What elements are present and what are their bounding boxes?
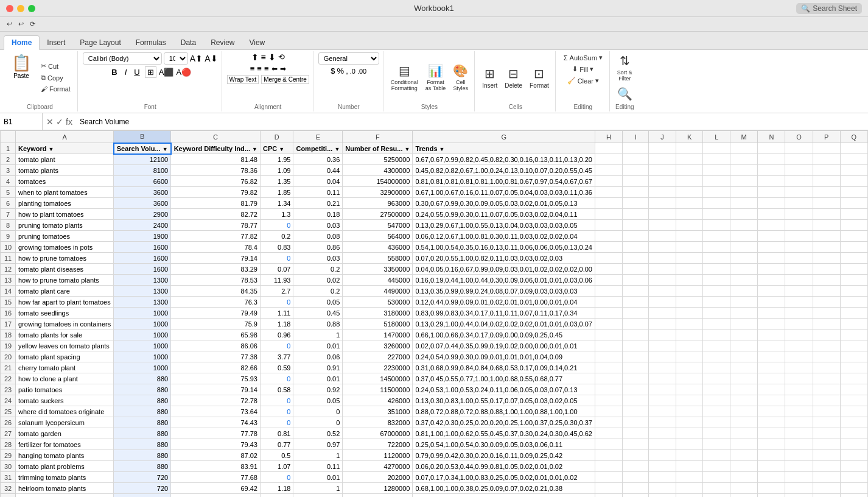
cell-g[interactable]: 0.67,0.67,0.99,0.82,0.45,0.82,0.30,0.16,… [413, 154, 595, 165]
tab-page-layout[interactable]: Page Layout [72, 36, 128, 49]
cell-f[interactable]: 32900000 [343, 187, 413, 198]
cell-g[interactable]: 0.67,1.00,0.67,0.16,0.11,0.07,0.05,0.04,… [413, 187, 595, 198]
align-middle-button[interactable]: ≡ [261, 52, 266, 62]
cell-a[interactable]: how to plant tomatoes [16, 209, 114, 220]
cell-f[interactable]: 27500000 [343, 209, 413, 220]
cell-c[interactable]: 78.53 [171, 275, 261, 286]
cell-e[interactable]: 0.52 [293, 428, 343, 439]
bold-button[interactable]: B [109, 66, 119, 78]
cell-b[interactable]: 12100 [114, 154, 171, 165]
cell-g[interactable]: 0.79,0.99,0.42,0.30,0.20,0.16,0.11,0.09,… [413, 450, 595, 461]
cell-e[interactable]: 0.2 [293, 286, 343, 297]
cell-a[interactable]: tomato seedlings [16, 308, 114, 319]
cell-f[interactable]: 3180000 [343, 308, 413, 319]
cell-f[interactable]: 3260000 [343, 340, 413, 351]
font-color-button[interactable]: A🔴 [176, 68, 191, 77]
col-e-header[interactable]: Competiti... ▼ [293, 143, 343, 154]
cell-b[interactable]: 720 [114, 472, 171, 483]
col-header-c[interactable]: C [171, 131, 261, 143]
cell-g[interactable]: 0.13,0.29,1.00,0.44,0.04,0.02,0.02,0.02,… [413, 319, 595, 330]
cell-g[interactable]: 0.37,0.45,0.55,0.77,1.00,1.00,0.68,0.55,… [413, 373, 595, 384]
cell-g[interactable]: 0.81,1.00,1.00,0.62,0.55,0.45,0.37,0.30,… [413, 428, 595, 439]
cell-b[interactable]: 880 [114, 373, 171, 384]
fill-color-button[interactable]: A⬛ [159, 68, 174, 77]
comma-button[interactable]: , [346, 66, 348, 76]
cell-e[interactable]: 0.45 [293, 308, 343, 319]
col-header-h[interactable]: H [595, 131, 622, 143]
cell-a[interactable]: where did tomatoes originate [16, 406, 114, 417]
cell-e[interactable]: 0.11 [293, 461, 343, 472]
cell-c[interactable]: 78.77 [171, 220, 261, 231]
cell-d[interactable]: 0 [260, 340, 293, 351]
col-d-header[interactable]: CPC ▼ [260, 143, 293, 154]
delete-button[interactable]: ⊟ Delete [502, 65, 525, 90]
cell-g[interactable]: 0.45,0.82,0.82,0.67,1.00,0.24,0.13,0.10,… [413, 165, 595, 176]
borders-button[interactable]: ⊞ [145, 66, 156, 78]
cell-d[interactable]: 1.09 [260, 165, 293, 176]
cell-b[interactable]: 880 [114, 395, 171, 406]
cell-d[interactable]: 1.18 [260, 483, 293, 494]
cell-d[interactable]: 1.34 [260, 198, 293, 209]
cell-b[interactable]: 880 [114, 384, 171, 395]
cell-d[interactable]: 0.2 [260, 231, 293, 242]
cell-d[interactable]: 1.18 [260, 319, 293, 330]
cell-a[interactable]: tomato plant care [16, 286, 114, 297]
cell-d[interactable]: 1.95 [260, 154, 293, 165]
cell-e[interactable]: 0.01 [293, 340, 343, 351]
cell-b[interactable]: 2400 [114, 220, 171, 231]
grid-container[interactable]: A B C D E F G H I J K L M N O P Q [0, 130, 868, 497]
cell-b[interactable]: 880 [114, 461, 171, 472]
cell-f[interactable]: 445000 [343, 275, 413, 286]
cell-c[interactable]: 77.78 [171, 428, 261, 439]
col-header-b[interactable]: B [114, 131, 171, 143]
cell-c[interactable]: 74.43 [171, 417, 261, 428]
cell-d[interactable]: 0.07 [260, 264, 293, 275]
decrease-decimal-button[interactable]: .00 [357, 68, 366, 75]
cell-f[interactable]: 963000 [343, 198, 413, 209]
col-header-k[interactable]: K [676, 131, 703, 143]
sort-filter-button[interactable]: ⇅ Sort &Filter [615, 52, 635, 83]
col-header-d[interactable]: D [260, 131, 293, 143]
cell-d[interactable]: 1.07 [260, 461, 293, 472]
cell-e[interactable]: 1 [293, 330, 343, 340]
increase-font-icon[interactable]: A⬆ [190, 54, 203, 63]
find-select-button[interactable]: 🔍 [615, 85, 635, 102]
cell-a[interactable]: hanging tomato plants [16, 450, 114, 461]
cell-c[interactable]: 83.91 [171, 461, 261, 472]
cell-f[interactable]: 426000 [343, 395, 413, 406]
cell-g[interactable]: 0.81,0.81,0.81,0.81,0.81,1.00,0.81,0.67,… [413, 176, 595, 187]
cell-d[interactable]: 0.96 [260, 330, 293, 340]
format-painter-button[interactable]: 🖌 Format [38, 84, 74, 94]
cell-c[interactable]: 69.42 [171, 483, 261, 494]
decrease-font-icon[interactable]: A⬇ [205, 54, 217, 63]
format-as-table-button[interactable]: 📊 Formatas Table [423, 62, 448, 93]
col-g-header[interactable]: Trends ▼ [413, 143, 595, 154]
cell-c[interactable]: 79.49 [171, 308, 261, 319]
clear-button[interactable]: 🧹 Clear ▾ [564, 76, 602, 86]
cell-b[interactable]: 1000 [114, 340, 171, 351]
text-direction-button[interactable]: ⟲ [278, 52, 285, 62]
cell-e[interactable]: 1 [293, 450, 343, 461]
col-header-j[interactable]: J [649, 131, 676, 143]
cell-b[interactable]: 1900 [114, 231, 171, 242]
align-right-button[interactable]: ≡ [264, 64, 269, 73]
cell-f[interactable]: 832000 [343, 417, 413, 428]
cell-c[interactable]: 77.38 [171, 351, 261, 362]
cell-g[interactable]: 0.37,0.42,0.30,0.25,0.20,0.20,0.25,1.00,… [413, 417, 595, 428]
cell-e[interactable]: 0.03 [293, 253, 343, 264]
conditional-formatting-button[interactable]: ▤ ConditionalFormatting [388, 62, 421, 93]
col-b-header[interactable]: Search Volu... ▼ [114, 143, 171, 154]
cell-f[interactable]: 202000 [343, 472, 413, 483]
tab-home[interactable]: Home [4, 35, 40, 50]
tab-data[interactable]: Data [173, 36, 203, 49]
cell-e[interactable]: 0.86 [293, 242, 343, 253]
cancel-formula-button[interactable]: ✕ [46, 117, 54, 127]
cell-e[interactable]: 0.36 [293, 154, 343, 165]
cell-d[interactable]: 0.77 [260, 439, 293, 450]
col-header-f[interactable]: F [343, 131, 413, 143]
font-size-dropdown[interactable]: 10 [164, 52, 188, 65]
col-c-header[interactable]: Keyword Difficulty Ind... ▼ [171, 143, 261, 154]
cell-c[interactable]: 79.14 [171, 384, 261, 395]
cell-f[interactable]: 11500000 [343, 384, 413, 395]
cell-g[interactable]: 0.07,0.17,0.34,1.00,0.83,0.25,0.05,0.02,… [413, 472, 595, 483]
